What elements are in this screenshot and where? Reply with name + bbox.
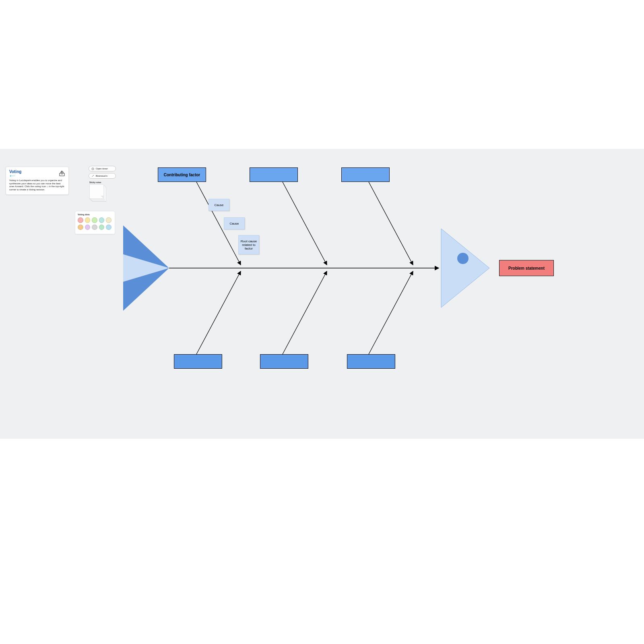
problem-statement-box[interactable]: Problem statement [499,260,554,276]
problem-statement-label: Problem statement [508,266,545,270]
factor-box-top-3[interactable] [341,167,390,182]
factor-box-bottom-3[interactable] [347,354,395,369]
sticky-label: Cause [229,222,239,225]
factor-box-bottom-1[interactable] [174,354,222,369]
cause-sticky-1[interactable]: Cause [208,199,229,211]
fishbone-svg [0,149,644,439]
page-root: Voting ✦〰 Voting in Lucidspark enables y… [0,0,644,644]
bone-top-2 [283,182,327,265]
factor-box-label: Contributing factor [164,173,200,177]
fish-eye [457,253,469,264]
bone-bottom-3 [369,271,413,354]
factor-box-bottom-2[interactable] [260,354,308,369]
sticky-label: Cause [214,203,223,207]
factor-box-top-1[interactable]: Contributing factor [158,167,206,182]
factor-box-top-2[interactable] [250,167,298,182]
fish-head [441,229,489,308]
sticky-label: Root cause related to factor [239,239,258,250]
root-cause-sticky[interactable]: Root cause related to factor [238,235,259,254]
fishbone-diagram[interactable]: Contributing factor Cause Cause Root cau… [0,149,644,439]
bone-top-3 [369,182,413,265]
bone-bottom-2 [283,271,327,354]
bone-bottom-1 [196,271,241,354]
cause-sticky-2[interactable]: Cause [224,217,245,229]
